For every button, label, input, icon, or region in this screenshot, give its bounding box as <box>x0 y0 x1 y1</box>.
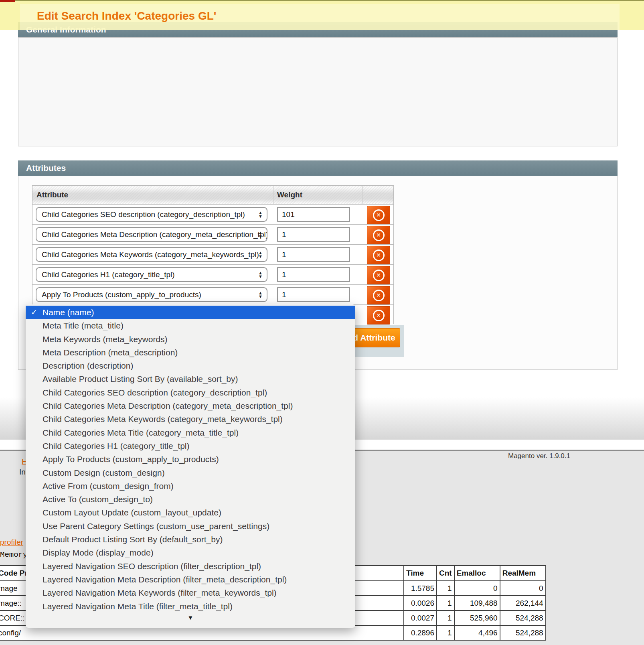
dropdown-option[interactable]: Child Categories Meta Description (categ… <box>26 399 355 412</box>
weight-input[interactable] <box>277 207 350 222</box>
profiler-link[interactable]: profiler <box>0 538 23 547</box>
delete-icon: ✕ <box>373 290 385 301</box>
weight-input[interactable] <box>277 267 350 282</box>
magento-admin-edit-search-index-page: General Information Index* Catalog Categ… <box>0 0 644 645</box>
select-arrows-icon: ▲▼ <box>258 291 263 298</box>
dropdown-option[interactable]: Meta Description (meta_description) <box>26 346 355 359</box>
dropdown-option[interactable]: Meta Keywords (meta_keywords) <box>26 333 355 346</box>
attribute-row: Apply To Products (custom_apply_to_produ… <box>32 284 393 305</box>
delete-attribute-button[interactable]: ✕ <box>367 226 390 244</box>
attribute-column-header: Attribute <box>36 186 68 204</box>
delete-icon: ✕ <box>373 249 385 261</box>
dropdown-option[interactable]: Child Categories H1 (category_title_tpl) <box>26 439 355 452</box>
attributes-table: Attribute Weight Child Categories SEO de… <box>32 185 394 324</box>
delete-icon: ✕ <box>373 229 385 241</box>
attributes-table-header: Attribute Weight <box>32 186 393 204</box>
dropdown-option[interactable]: Display Mode (display_mode) <box>26 546 355 559</box>
attribute-select[interactable]: Apply To Products (custom_apply_to_produ… <box>36 287 267 302</box>
attribute-select[interactable]: Child Categories H1 (category_title_tpl)… <box>36 267 267 282</box>
dropdown-option[interactable]: Layered Navigation Meta Title (filter_me… <box>26 600 355 613</box>
delete-attribute-button[interactable]: ✕ <box>367 306 390 325</box>
admin-header-red-edge <box>0 0 15 2</box>
attribute-select[interactable]: Child Categories Meta Keywords (category… <box>36 247 267 262</box>
select-arrows-icon: ▲▼ <box>258 231 263 238</box>
interface-locale-label: In <box>19 468 26 477</box>
checkmark-icon: ✓ <box>31 306 37 319</box>
attribute-row: Child Categories Meta Description (categ… <box>32 224 393 245</box>
weight-input[interactable] <box>277 287 350 302</box>
attribute-options-dropdown: ✓ Name (name) Meta Title (meta_title) Me… <box>26 304 355 628</box>
dropdown-option[interactable]: Meta Title (meta_title) <box>26 319 355 332</box>
dropdown-option[interactable]: Active From (custom_design_from) <box>26 479 355 493</box>
attribute-row: Child Categories SEO description (catego… <box>32 204 393 225</box>
page-title: Edit Search Index 'Categories GL' <box>37 10 216 22</box>
delete-attribute-button[interactable]: ✕ <box>367 206 390 224</box>
dropdown-option[interactable]: Layered Navigation Meta Description (fil… <box>26 573 355 586</box>
weight-input[interactable] <box>277 247 350 262</box>
dropdown-option[interactable]: Description (description) <box>26 359 355 372</box>
attributes-title: Attributes <box>26 163 66 172</box>
dropdown-option[interactable]: Child Categories SEO description (catego… <box>26 386 355 399</box>
delete-icon: ✕ <box>373 310 385 321</box>
dropdown-option[interactable]: Custom Layout Update (custom_layout_upda… <box>26 506 355 519</box>
dropdown-option[interactable]: Child Categories Meta Title (category_me… <box>26 426 355 439</box>
attribute-select[interactable]: Child Categories SEO description (catego… <box>36 207 267 222</box>
delete-attribute-button[interactable]: ✕ <box>367 266 390 284</box>
dropdown-option[interactable]: Layered Navigation Meta Keywords (filter… <box>26 586 355 599</box>
dropdown-option[interactable]: Use Parent Category Settings (custom_use… <box>26 519 355 533</box>
magento-version-label: Magento ver. 1.9.0.1 <box>508 452 570 460</box>
top-edge-line <box>0 0 644 1</box>
delete-attribute-button[interactable]: ✕ <box>367 286 390 304</box>
profiler-emalloc-header: Emalloc <box>454 566 500 581</box>
page-title-banner: Edit Search Index 'Categories GL' <box>0 1 644 30</box>
profiler-time-header: Time <box>404 566 437 581</box>
general-information-body <box>18 37 618 146</box>
attribute-select[interactable]: Child Categories Meta Description (categ… <box>36 227 267 242</box>
scroll-down-indicator-icon[interactable]: ▼ <box>26 614 355 621</box>
select-arrows-icon: ▲▼ <box>258 251 263 258</box>
attributes-header: Attributes <box>18 160 618 176</box>
attribute-row: Child Categories Meta Keywords (category… <box>32 244 393 265</box>
dropdown-option-selected[interactable]: ✓ Name (name) <box>26 306 355 319</box>
dropdown-option[interactable]: Custom Design (custom_design) <box>26 466 355 479</box>
select-arrows-icon: ▲▼ <box>258 211 263 218</box>
dropdown-option[interactable]: Default Product Listing Sort By (default… <box>26 533 355 546</box>
dropdown-option[interactable]: Layered Navigation SEO description (filt… <box>26 560 355 573</box>
dropdown-option[interactable]: Child Categories Meta Keywords (category… <box>26 412 355 426</box>
dropdown-option[interactable]: Active To (custom_design_to) <box>26 493 355 506</box>
weight-column-header: Weight <box>277 186 302 204</box>
weight-input[interactable] <box>277 227 350 242</box>
delete-icon: ✕ <box>373 209 385 221</box>
profiler-cnt-header: Cnt <box>437 566 454 581</box>
select-arrows-icon: ▲▼ <box>258 271 263 278</box>
memory-usage-text: Memory <box>0 550 27 559</box>
dropdown-option[interactable]: Apply To Products (custom_apply_to_produ… <box>26 452 355 466</box>
delete-icon: ✕ <box>373 270 385 281</box>
profiler-realmem-header: RealMem <box>500 566 546 581</box>
attribute-row: Child Categories H1 (category_title_tpl)… <box>32 264 393 285</box>
delete-attribute-button[interactable]: ✕ <box>367 246 390 264</box>
dropdown-option[interactable]: Available Product Listing Sort By (avail… <box>26 372 355 385</box>
